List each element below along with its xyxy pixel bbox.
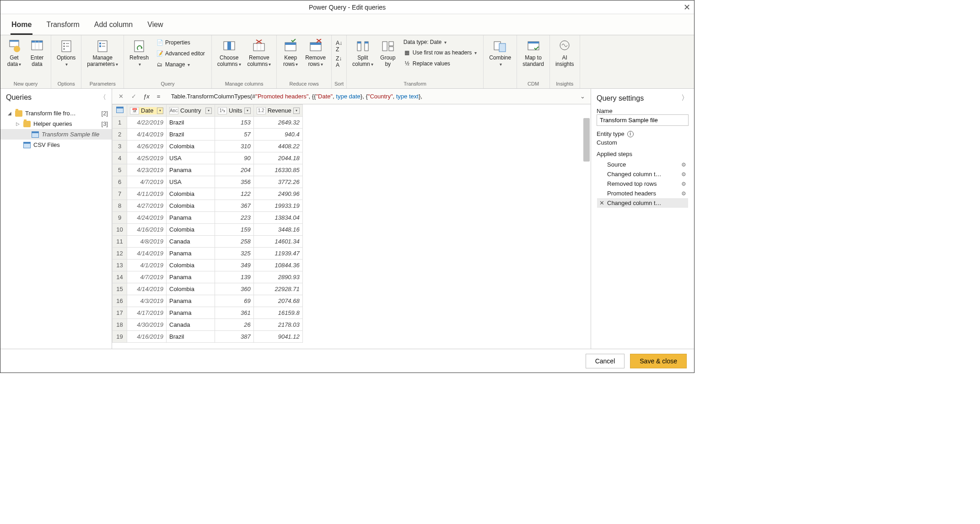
cell-date[interactable]: 4/16/2019 — [127, 331, 167, 343]
map-to-standard-button[interactable]: Map tostandard — [520, 37, 547, 70]
cell-units[interactable]: 349 — [215, 259, 254, 271]
cell-date[interactable]: 4/22/2019 — [127, 117, 167, 129]
cell-units[interactable]: 69 — [215, 295, 254, 307]
cell-units[interactable]: 204 — [215, 164, 254, 176]
cell-revenue[interactable]: 10844.36 — [253, 259, 302, 271]
cell-date[interactable]: 4/25/2019 — [127, 152, 167, 164]
filter-icon[interactable]: ▾ — [157, 108, 163, 114]
cell-units[interactable]: 361 — [215, 307, 254, 319]
cell-date[interactable]: 4/23/2019 — [127, 164, 167, 176]
combine-button[interactable]: Combine▾ — [486, 37, 514, 70]
table-row[interactable]: 124/14/2019Panama32511939.47 — [113, 248, 303, 259]
sort-asc-button[interactable]: A↓Z — [336, 40, 342, 53]
group-by-button[interactable]: Groupby — [377, 37, 399, 70]
cell-country[interactable]: Panama — [167, 164, 215, 176]
cell-country[interactable]: Brazil — [167, 117, 215, 129]
vertical-scrollbar[interactable] — [583, 118, 590, 162]
cell-revenue[interactable]: 940.4 — [253, 129, 302, 140]
query-name-input[interactable] — [597, 114, 689, 126]
cell-date[interactable]: 4/30/2019 — [127, 319, 167, 331]
cancel-formula-icon[interactable]: ✕ — [116, 92, 126, 102]
table-row[interactable]: 64/7/2019USA3563772.26 — [113, 176, 303, 188]
cell-date[interactable]: 4/24/2019 — [127, 212, 167, 224]
remove-columns-button[interactable]: Removecolumns▾ — [245, 37, 274, 70]
cell-date[interactable]: 4/17/2019 — [127, 307, 167, 319]
table-row[interactable]: 194/16/2019Brazil3879041.12 — [113, 331, 303, 343]
cell-revenue[interactable]: 19933.19 — [253, 200, 302, 212]
cell-country[interactable]: USA — [167, 152, 215, 164]
cell-date[interactable]: 4/7/2019 — [127, 271, 167, 283]
cell-date[interactable]: 4/14/2019 — [127, 129, 167, 140]
cell-units[interactable]: 153 — [215, 117, 254, 129]
table-row[interactable]: 114/8/2019Canada25814601.34 — [113, 236, 303, 248]
cell-units[interactable]: 122 — [215, 188, 254, 200]
cell-date[interactable]: 4/7/2019 — [127, 176, 167, 188]
cell-date[interactable]: 4/11/2019 — [127, 188, 167, 200]
cell-country[interactable]: Panama — [167, 295, 215, 307]
first-row-headers-button[interactable]: ▦Use first row as headers ▾ — [402, 48, 479, 57]
cell-revenue[interactable]: 2074.68 — [253, 295, 302, 307]
table-row[interactable]: 154/14/2019Colombia36022928.71 — [113, 283, 303, 295]
cell-units[interactable]: 139 — [215, 271, 254, 283]
cell-units[interactable]: 310 — [215, 140, 254, 152]
filter-icon[interactable]: ▾ — [293, 108, 300, 114]
queries-tree-item[interactable]: ▷Helper queries[3] — [0, 119, 112, 129]
cell-country[interactable]: Panama — [167, 212, 215, 224]
tab-view[interactable]: View — [146, 18, 164, 35]
enter-data-button[interactable]: Enterdata — [26, 37, 48, 70]
accept-formula-icon[interactable]: ✓ — [129, 92, 139, 102]
split-column-button[interactable]: Splitcolumn▾ — [350, 37, 376, 70]
queries-tree-item[interactable]: Transform Sample file — [0, 129, 112, 140]
table-row[interactable]: 24/14/2019Brazil57940.4 — [113, 129, 303, 140]
cell-country[interactable]: Panama — [167, 248, 215, 259]
cell-units[interactable]: 26 — [215, 319, 254, 331]
sort-desc-button[interactable]: Z↓A — [336, 55, 342, 68]
fx-icon[interactable]: ƒx — [141, 93, 151, 100]
table-row[interactable]: 104/16/2019Colombia1593448.16 — [113, 224, 303, 236]
data-type-button[interactable]: Data type: Date ▾ — [402, 38, 479, 46]
cell-country[interactable]: Colombia — [167, 283, 215, 295]
cell-units[interactable]: 325 — [215, 248, 254, 259]
table-row[interactable]: 94/24/2019Panama22313834.04 — [113, 212, 303, 224]
corner-cell[interactable] — [113, 105, 127, 117]
cell-country[interactable]: Colombia — [167, 188, 215, 200]
table-row[interactable]: 44/25/2019USA902044.18 — [113, 152, 303, 164]
table-row[interactable]: 14/22/2019Brazil1532649.32 — [113, 117, 303, 129]
save-close-button[interactable]: Save & close — [630, 354, 687, 368]
refresh-button[interactable]: Refresh▾ — [127, 37, 151, 70]
cell-revenue[interactable]: 3772.26 — [253, 176, 302, 188]
cell-date[interactable]: 4/26/2019 — [127, 140, 167, 152]
cell-units[interactable]: 90 — [215, 152, 254, 164]
cell-country[interactable]: Brazil — [167, 331, 215, 343]
cell-units[interactable]: 258 — [215, 236, 254, 248]
gear-icon[interactable]: ⚙ — [681, 162, 686, 168]
cell-country[interactable]: Canada — [167, 236, 215, 248]
ai-insights-button[interactable]: AIinsights — [553, 37, 577, 70]
cell-revenue[interactable]: 9041.12 — [253, 331, 302, 343]
queries-tree-item[interactable]: ◢Transform file fro…[2] — [0, 108, 112, 119]
applied-step[interactable]: Changed column t…⚙ — [597, 169, 688, 179]
delete-step-icon[interactable]: ✕ — [599, 200, 604, 206]
cell-date[interactable]: 4/14/2019 — [127, 283, 167, 295]
formula-expand-icon[interactable]: ⌄ — [578, 93, 587, 100]
cell-revenue[interactable]: 2890.93 — [253, 271, 302, 283]
cell-units[interactable]: 159 — [215, 224, 254, 236]
cell-units[interactable]: 387 — [215, 331, 254, 343]
gear-icon[interactable]: ⚙ — [681, 171, 686, 178]
cell-date[interactable]: 4/27/2019 — [127, 200, 167, 212]
cell-units[interactable]: 367 — [215, 200, 254, 212]
table-row[interactable]: 134/1/2019Colombia34910844.36 — [113, 259, 303, 271]
cell-date[interactable]: 4/14/2019 — [127, 248, 167, 259]
cell-country[interactable]: Brazil — [167, 129, 215, 140]
cell-revenue[interactable]: 4408.22 — [253, 140, 302, 152]
cell-country[interactable]: Colombia — [167, 224, 215, 236]
cell-country[interactable]: Colombia — [167, 259, 215, 271]
cancel-button[interactable]: Cancel — [586, 354, 625, 368]
cell-units[interactable]: 57 — [215, 129, 254, 140]
collapse-settings-icon[interactable]: 〉 — [681, 93, 689, 103]
advanced-editor-button[interactable]: 📝Advanced editor — [154, 49, 207, 58]
applied-step[interactable]: Promoted headers⚙ — [597, 189, 688, 198]
cell-country[interactable]: Colombia — [167, 140, 215, 152]
cell-revenue[interactable]: 2178.03 — [253, 319, 302, 331]
cell-revenue[interactable]: 16159.8 — [253, 307, 302, 319]
